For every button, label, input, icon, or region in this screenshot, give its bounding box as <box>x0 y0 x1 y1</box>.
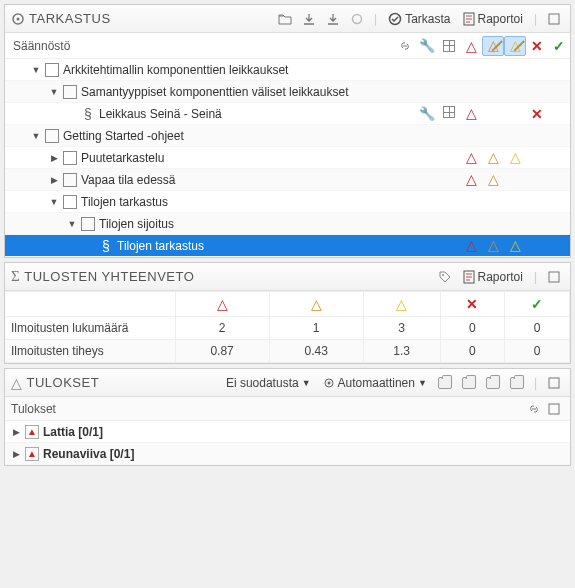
col-red: △ <box>175 292 269 317</box>
tulokset-title-text: TULOKSET <box>27 375 100 390</box>
expander-icon[interactable]: ▼ <box>49 87 59 97</box>
svg-rect-11 <box>549 378 559 388</box>
count-orange: 1 <box>269 317 363 340</box>
result-row[interactable]: ▶▲Reunaviiva [0/1] <box>5 443 570 465</box>
expander-icon[interactable]: ▶ <box>11 427 21 437</box>
download-button-2[interactable] <box>323 9 343 29</box>
ruleset-row[interactable]: ▼Tilojen sijoitus <box>5 213 570 235</box>
doc-icon <box>45 129 59 143</box>
box-btn-4[interactable] <box>507 373 527 393</box>
box-col-icon[interactable] <box>544 399 564 419</box>
panel-square-button-2[interactable] <box>544 267 564 287</box>
results-col-label: Tulokset <box>11 402 524 416</box>
row-label: Tilojen tarkastus <box>81 195 168 209</box>
link-column-icon[interactable] <box>394 36 416 56</box>
wrench-column-icon[interactable]: 🔧 <box>416 36 438 56</box>
auto-dropdown[interactable]: Automaattinen ▼ <box>319 374 431 392</box>
tarkastus-title: TARKASTUS <box>11 11 111 26</box>
tulokset-header: △ TULOKSET Ei suodatusta ▼ Automaattinen… <box>5 369 570 397</box>
results-columns: Tulokset <box>5 397 570 421</box>
raportoi-label: Raportoi <box>478 12 523 26</box>
panel-square-button-3[interactable] <box>544 373 564 393</box>
tri-yellow-col-toggle[interactable]: △ <box>504 36 526 56</box>
col-ok: ✓ <box>505 292 570 317</box>
result-icon: ▲ <box>25 425 39 439</box>
doc-icon <box>63 151 77 165</box>
count-x: 0 <box>440 317 505 340</box>
wrench-icon: 🔧 <box>419 106 435 121</box>
report-icon <box>463 12 475 26</box>
doc-icon <box>63 173 77 187</box>
col-orange: △ <box>269 292 363 317</box>
row-count-label: Ilmoitusten lukumäärä <box>5 317 175 340</box>
svg-point-6 <box>442 274 444 276</box>
tarkasta-button[interactable]: Tarkasta <box>384 10 454 28</box>
triangle-orange-icon: △ <box>488 171 499 187</box>
section-icon: § <box>81 107 95 121</box>
tulokset-title: △ TULOKSET <box>11 375 99 390</box>
target-icon <box>11 12 25 26</box>
check-circle-icon <box>388 12 402 26</box>
box-btn-1[interactable] <box>435 373 455 393</box>
open-folder-button[interactable] <box>275 9 295 29</box>
row-label: Getting Started -ohjeet <box>63 129 184 143</box>
ruleset-row[interactable]: ▼Arkkitehtimallin komponenttien leikkauk… <box>5 59 570 81</box>
grid-column-icon[interactable] <box>438 36 460 56</box>
dens-yellow: 1.3 <box>363 340 440 363</box>
svg-rect-8 <box>549 272 559 282</box>
ruleset-row[interactable]: ▼Samantyyppiset komponenttien väliset le… <box>5 81 570 103</box>
ruleset-row[interactable]: ▶Vapaa tila edessä△△ <box>5 169 570 191</box>
tarkastus-panel: TARKASTUS | Tarkasta Raportoi | Säännöst… <box>4 4 571 258</box>
yhteenveto-raportoi-button[interactable]: Raportoi <box>459 268 527 286</box>
ruleset-row[interactable]: §Tilojen tarkastus△△△ <box>5 235 570 257</box>
row-label: Leikkaus Seinä - Seinä <box>99 107 222 121</box>
triangle-yellow-icon: △ <box>510 149 521 165</box>
svg-rect-5 <box>549 14 559 24</box>
ruleset-row[interactable]: ▼Getting Started -ohjeet <box>5 125 570 147</box>
expander-icon[interactable]: ▼ <box>31 65 41 75</box>
expander-icon[interactable]: ▶ <box>11 449 21 459</box>
expander-icon[interactable]: ▶ <box>49 153 59 163</box>
box-btn-2[interactable] <box>459 373 479 393</box>
result-row[interactable]: ▶▲Lattia [0/1] <box>5 421 570 443</box>
row-label: Arkkitehtimallin komponenttien leikkauks… <box>63 63 288 77</box>
ok-col[interactable]: ✓ <box>548 36 570 56</box>
ruleset-row[interactable]: ▶Puutetarkastelu△△△ <box>5 147 570 169</box>
box-btn-3[interactable] <box>483 373 503 393</box>
summary-table: △ △ △ ✕ ✓ Ilmoitusten lukumäärä 2 1 3 0 … <box>5 291 570 363</box>
tri-red-col[interactable]: △ <box>460 36 482 56</box>
doc-icon <box>63 85 77 99</box>
ruleset-row[interactable]: ▼Tilojen tarkastus <box>5 191 570 213</box>
section-icon: § <box>99 239 113 253</box>
name-column-label: Säännöstö <box>5 35 394 57</box>
triangle-yellow-icon: △ <box>510 237 521 253</box>
count-yellow: 3 <box>363 317 440 340</box>
row-label: Vapaa tila edessä <box>81 173 176 187</box>
doc-icon <box>81 217 95 231</box>
ruleset-row[interactable]: §Leikkaus Seinä - Seinä🔧△✕ <box>5 103 570 125</box>
doc-icon <box>45 63 59 77</box>
svg-point-1 <box>17 17 20 20</box>
x-col[interactable]: ✕ <box>526 36 548 56</box>
dens-x: 0 <box>440 340 505 363</box>
svg-rect-12 <box>549 404 559 414</box>
download-button-1[interactable] <box>299 9 319 29</box>
yhteenveto-header: Σ TULOSTEN YHTEENVETO Raportoi | <box>5 263 570 291</box>
raportoi-button[interactable]: Raportoi <box>459 10 527 28</box>
row-density-label: Ilmoitusten tiheys <box>5 340 175 363</box>
tarkasta-label: Tarkasta <box>405 12 450 26</box>
panel-square-button[interactable] <box>544 9 564 29</box>
expander-icon[interactable]: ▼ <box>49 197 59 207</box>
col-x: ✕ <box>440 292 505 317</box>
tri-orange-col-toggle[interactable]: △ <box>482 36 504 56</box>
expander-icon[interactable]: ▼ <box>31 131 41 141</box>
filter-dropdown[interactable]: Ei suodatusta ▼ <box>222 374 315 392</box>
tag-button[interactable] <box>435 267 455 287</box>
row-label: Tilojen sijoitus <box>99 217 174 231</box>
link-col-icon[interactable] <box>524 399 544 419</box>
expander-icon[interactable]: ▼ <box>67 219 77 229</box>
expander-icon[interactable]: ▶ <box>49 175 59 185</box>
col-yellow: △ <box>363 292 440 317</box>
circle-button[interactable] <box>347 9 367 29</box>
triangle-orange-icon: △ <box>488 237 499 253</box>
